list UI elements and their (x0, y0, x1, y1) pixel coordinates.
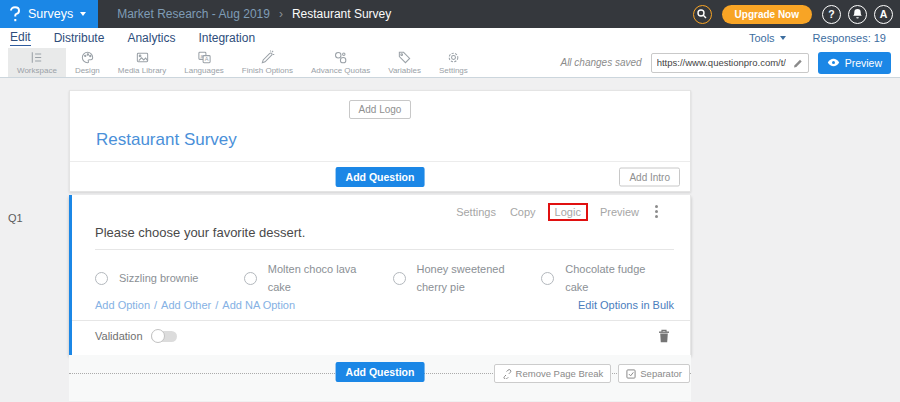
toolbar-item-design[interactable]: Design (66, 48, 109, 77)
main-nav: Edit Distribute Analytics Integration To… (0, 28, 900, 48)
preview-label: Preview (845, 57, 882, 69)
radio-button[interactable] (95, 272, 108, 285)
question-text[interactable]: Please choose your favorite dessert. (95, 225, 674, 250)
product-menu-label: Surveys (28, 7, 73, 21)
edit-options-in-bulk-link[interactable]: Edit Options in Bulk (578, 299, 674, 311)
workspace-icon (29, 50, 44, 65)
toolbar-item-advance-quotas[interactable]: Advance Quotas (302, 48, 379, 77)
add-logo-button[interactable]: Add Logo (349, 100, 412, 119)
link-separator: / (215, 299, 218, 311)
question-actions: Settings Copy Logic Preview (72, 195, 690, 219)
breadcrumb-separator: › (279, 7, 283, 21)
question-card: Settings Copy Logic Preview Please choos… (69, 195, 691, 355)
add-intro-button[interactable]: Add Intro (619, 167, 680, 186)
settings-icon (446, 50, 461, 65)
search-icon (697, 9, 707, 19)
answer-option: Chocolate fudge cake (541, 261, 690, 296)
trash-icon (658, 329, 670, 343)
breadcrumb-current: Restaurant Survey (292, 7, 391, 21)
toolbar-item-finish-options[interactable]: Finish Options (233, 48, 302, 77)
nav-tab-edit[interactable]: Edit (10, 30, 31, 46)
toolbar-right: All changes saved Preview (560, 52, 900, 74)
nav-tab-distribute[interactable]: Distribute (54, 31, 105, 45)
radio-button[interactable] (541, 272, 554, 285)
toolbar-item-workspace[interactable]: Workspace (8, 48, 66, 77)
answer-option: Molten choco lava cake (244, 261, 393, 296)
eye-icon (827, 58, 840, 67)
svg-text:a: a (200, 53, 203, 59)
svg-text:A: A (204, 56, 208, 62)
remove-page-break-button[interactable]: Remove Page Break (494, 364, 612, 383)
add-question-button-bottom[interactable]: Add Question (336, 362, 425, 382)
validation-toggle[interactable] (151, 331, 177, 342)
nav-tab-integration[interactable]: Integration (198, 31, 255, 45)
page-break-controls: Remove Page Break Separator (494, 364, 690, 383)
upgrade-now-button[interactable]: Upgrade Now (722, 5, 812, 24)
option-label[interactable]: Sizzling brownie (119, 270, 198, 288)
breadcrumb: Market Research - Aug 2019 › Restaurant … (117, 7, 391, 21)
save-status: All changes saved (560, 57, 641, 68)
bell-icon (852, 8, 863, 20)
advance-quotas-icon (333, 50, 348, 65)
answer-option: Honey sweetened cherry pie (393, 261, 542, 296)
breadcrumb-folder[interactable]: Market Research - Aug 2019 (117, 7, 270, 21)
add-other-link[interactable]: Add Other (161, 299, 211, 311)
survey-header-card: Add Logo Restaurant Survey Add Question … (69, 90, 691, 192)
validation-label: Validation (95, 330, 143, 342)
question-more-menu[interactable] (653, 204, 660, 219)
unlink-icon (502, 369, 512, 379)
languages-icon: Aa (197, 50, 212, 65)
separator-toggle-button[interactable]: Separator (618, 364, 690, 383)
toggle-knob (151, 329, 165, 343)
checkbox-checked-icon (626, 369, 636, 379)
toolbar-item-settings[interactable]: Settings (430, 48, 477, 77)
radio-button[interactable] (393, 272, 406, 285)
page-break-area: Add Question Remove Page Break Separator (69, 355, 691, 401)
editor-canvas: Q1 Add Logo Restaurant Survey Add Questi… (0, 78, 900, 402)
link-separator: / (154, 299, 157, 311)
option-links-row: Add Option / Add Other / Add NA Option E… (95, 299, 674, 311)
product-menu[interactable]: Surveys (0, 0, 98, 28)
notifications-button[interactable] (848, 5, 867, 24)
nav-tab-analytics[interactable]: Analytics (127, 31, 175, 45)
edit-url-button[interactable] (788, 58, 808, 68)
delete-question-button[interactable] (658, 329, 670, 343)
add-question-button[interactable]: Add Question (336, 167, 425, 187)
toolbar-item-variables[interactable]: Variables (379, 48, 430, 77)
survey-url-input[interactable] (652, 57, 788, 68)
finish-options-icon (260, 50, 275, 65)
chevron-down-icon (80, 12, 86, 16)
question-logic-link-highlighted[interactable]: Logic (548, 203, 588, 221)
question-copy-link[interactable]: Copy (510, 206, 536, 218)
option-label[interactable]: Molten choco lava cake (268, 261, 369, 296)
question-footer: Validation (72, 320, 690, 355)
top-bar: Surveys Market Research - Aug 2019 › Res… (0, 0, 900, 28)
toolbar-item-media-library[interactable]: Media Library (109, 48, 175, 77)
avatar[interactable]: A (874, 5, 893, 24)
questionpro-logo-icon (9, 6, 21, 22)
toolbar-item-languages[interactable]: Aa Languages (175, 48, 233, 77)
add-logo-row: Add Logo (70, 91, 690, 119)
page-break-row: Add Question Remove Page Break Separator (69, 362, 691, 384)
responses-count[interactable]: Responses: 19 (813, 32, 886, 44)
chevron-down-icon (780, 36, 786, 40)
question-preview-link[interactable]: Preview (600, 206, 639, 218)
nav-right: Tools Responses: 19 (749, 32, 886, 44)
option-label[interactable]: Chocolate fudge cake (565, 261, 666, 296)
add-question-row: Add Question Add Intro (70, 162, 690, 191)
survey-toolbar: Workspace Design Media Library Aa Langua… (0, 48, 900, 78)
survey-url-box (651, 53, 809, 73)
preview-button[interactable]: Preview (818, 52, 891, 74)
radio-button[interactable] (244, 272, 257, 285)
help-button[interactable]: ? (822, 5, 841, 24)
question-settings-link[interactable]: Settings (456, 206, 496, 218)
add-na-option-link[interactable]: Add NA Option (222, 299, 295, 311)
search-button[interactable] (693, 5, 712, 24)
survey-title[interactable]: Restaurant Survey (96, 130, 690, 150)
add-option-link[interactable]: Add Option (95, 299, 150, 311)
tools-label: Tools (749, 32, 775, 44)
tools-dropdown[interactable]: Tools (749, 32, 786, 44)
topbar-actions: Upgrade Now ? A (693, 5, 900, 24)
option-label[interactable]: Honey sweetened cherry pie (417, 261, 518, 296)
variables-icon (397, 50, 412, 65)
